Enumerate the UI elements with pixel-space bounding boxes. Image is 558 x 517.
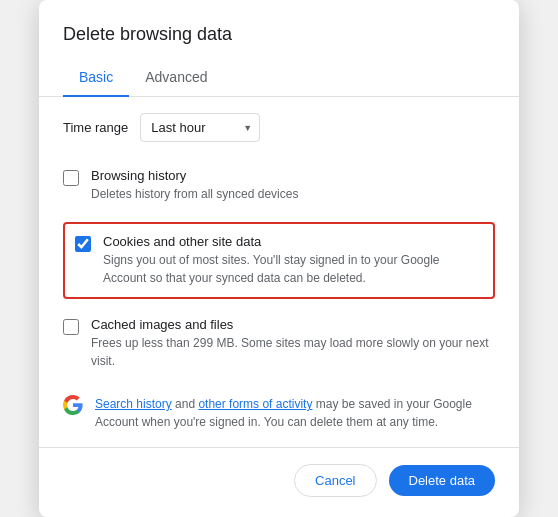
checkbox-browsing-history[interactable] [63, 170, 79, 186]
dialog-content: Time range Last hour Last 24 hours Last … [39, 97, 519, 435]
item-text-cached: Cached images and files Frees up less th… [91, 317, 495, 370]
checkbox-item-cached: Cached images and files Frees up less th… [63, 307, 495, 381]
delete-browsing-data-dialog: Delete browsing data Basic Advanced Time… [39, 0, 519, 517]
item-desc-cached: Frees up less than 299 MB. Some sites ma… [91, 334, 495, 370]
time-range-label: Time range [63, 120, 128, 135]
google-g-icon [63, 395, 83, 415]
time-range-select[interactable]: Last hour Last 24 hours Last 7 days Last… [140, 113, 260, 142]
item-desc-browsing-history: Deletes history from all synced devices [91, 185, 495, 203]
info-section: Search history and other forms of activi… [63, 381, 495, 435]
item-desc-cookies: Signs you out of most sites. You'll stay… [103, 251, 483, 287]
checkbox-cached[interactable] [63, 319, 79, 335]
checkbox-wrapper-cookies[interactable] [75, 236, 91, 256]
tab-basic[interactable]: Basic [63, 61, 129, 97]
checkbox-item-cookies: Cookies and other site data Signs you ou… [63, 222, 495, 299]
item-title-cached: Cached images and files [91, 317, 495, 332]
item-text-browsing-history: Browsing history Deletes history from al… [91, 168, 495, 203]
checkbox-wrapper-browsing-history[interactable] [63, 170, 79, 190]
time-range-select-wrapper[interactable]: Last hour Last 24 hours Last 7 days Last… [140, 113, 260, 142]
dialog-title: Delete browsing data [39, 0, 519, 45]
other-forms-link[interactable]: other forms of activity [198, 397, 312, 411]
checkbox-wrapper-cached[interactable] [63, 319, 79, 339]
item-title-browsing-history: Browsing history [91, 168, 495, 183]
cancel-button[interactable]: Cancel [294, 464, 376, 497]
dialog-footer: Cancel Delete data [39, 447, 519, 517]
search-history-link[interactable]: Search history [95, 397, 172, 411]
item-text-cookies: Cookies and other site data Signs you ou… [103, 234, 483, 287]
delete-data-button[interactable]: Delete data [389, 465, 496, 496]
time-range-row: Time range Last hour Last 24 hours Last … [63, 113, 495, 142]
checkbox-cookies[interactable] [75, 236, 91, 252]
tab-advanced[interactable]: Advanced [129, 61, 223, 97]
checkbox-item-browsing-history: Browsing history Deletes history from al… [63, 158, 495, 214]
info-text: Search history and other forms of activi… [95, 395, 495, 431]
tab-bar: Basic Advanced [39, 61, 519, 97]
item-title-cookies: Cookies and other site data [103, 234, 483, 249]
